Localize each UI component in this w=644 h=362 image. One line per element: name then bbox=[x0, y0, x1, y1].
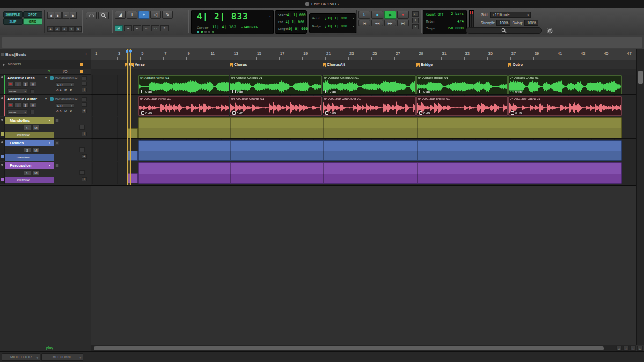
chevron-down-icon[interactable]: ▾ bbox=[36, 354, 38, 361]
chevron-down-icon[interactable]: ▾ bbox=[49, 141, 50, 144]
tab-midi-editor[interactable]: MIDI EDITOR ▾ bbox=[2, 353, 40, 361]
mute-button[interactable]: M bbox=[32, 147, 40, 153]
clip-gain-badge[interactable]: 0 dB bbox=[140, 111, 153, 115]
chevron-down-icon[interactable]: ▾ bbox=[49, 164, 50, 167]
audio-clip[interactable]: 04 AcGuitar Bridge-010 dB bbox=[416, 96, 508, 116]
track-option-icon[interactable] bbox=[55, 164, 59, 167]
marker-bridge[interactable]: Bridge bbox=[416, 62, 433, 68]
trim-tool-button[interactable]: ◢ bbox=[115, 11, 126, 19]
add-button[interactable]: + bbox=[82, 132, 87, 136]
zoomer-tool-button[interactable] bbox=[98, 12, 109, 19]
refresh-icon[interactable]: ↻ bbox=[47, 69, 50, 73]
input-monitor-button[interactable]: i bbox=[14, 102, 21, 108]
zoom-toggle-button[interactable] bbox=[86, 12, 97, 19]
output-selector[interactable]: L-R▾ bbox=[56, 103, 74, 108]
overview-lane-label[interactable]: overview bbox=[5, 154, 54, 161]
stop-button[interactable]: ■ bbox=[371, 11, 383, 19]
bars-beats-ruler-header[interactable]: Bars|Beats + bbox=[0, 49, 91, 60]
clip-region[interactable] bbox=[138, 140, 622, 161]
record-enable-button[interactable] bbox=[7, 82, 14, 87]
chevron-down-icon[interactable]: ▾ bbox=[49, 119, 50, 122]
metronome-button[interactable]: ♩ bbox=[412, 11, 419, 17]
clip-gain-badge[interactable]: 0 dB bbox=[510, 111, 523, 115]
chevron-down-icon[interactable]: ▾ bbox=[353, 25, 354, 28]
insert-slot-button[interactable] bbox=[82, 97, 87, 101]
clip-gain-badge[interactable]: 0 dB bbox=[418, 90, 431, 93]
mirrored-midi-button[interactable]: ↔ bbox=[142, 25, 150, 31]
bars-beats-ruler[interactable]: 1357911131517192123252729313335373941434… bbox=[91, 49, 636, 61]
solo-button[interactable]: S bbox=[22, 102, 29, 108]
track-lane-percussion[interactable] bbox=[91, 162, 636, 184]
fast-forward-button[interactable]: ▶▶ bbox=[384, 20, 396, 26]
chevron-down-icon[interactable]: ▾ bbox=[45, 97, 47, 100]
add-button[interactable]: + bbox=[82, 109, 87, 113]
mute-button[interactable]: M bbox=[32, 170, 40, 175]
clip-gain-badge[interactable]: 0 dB bbox=[418, 111, 431, 115]
midi-merge-button[interactable]: ◔ bbox=[412, 24, 419, 29]
clip-region[interactable] bbox=[138, 117, 622, 138]
swing-field[interactable]: 100% bbox=[524, 20, 538, 26]
chevron-down-icon[interactable]: ▾ bbox=[353, 17, 354, 20]
track-header-acoustic-guitar[interactable]: Acoustic Guitar▾iSMwave▾HDAdMorpher12L-R… bbox=[0, 95, 91, 116]
page-next-button[interactable]: › bbox=[630, 346, 636, 351]
zoom-in-button[interactable]: ▶ bbox=[55, 12, 62, 19]
horizontal-scrollbar-thumb[interactable] bbox=[94, 346, 604, 350]
count-off-label[interactable]: Count Off bbox=[426, 12, 444, 16]
chevron-down-icon[interactable]: ▾ bbox=[528, 13, 529, 17]
marker-verse[interactable]: Verse bbox=[130, 62, 145, 68]
audio-clip[interactable]: 04 AcGuitar ChorusAlt-010 dB bbox=[323, 96, 416, 116]
automation-follows-edit-button[interactable]: ≡ bbox=[160, 25, 169, 31]
universe-band[interactable] bbox=[2, 37, 642, 48]
clip-region[interactable] bbox=[138, 162, 622, 184]
track-header-acoustic-bass[interactable]: Acoustic Bass▾iSMwave▾HDAdMorpher12L-R▾-… bbox=[0, 75, 91, 95]
page-first-button[interactable]: « bbox=[616, 346, 622, 351]
playlist-button[interactable] bbox=[79, 125, 85, 130]
record-enable-button[interactable] bbox=[7, 102, 14, 108]
audio-clip[interactable]: 04 AcBass Verse-010 dB bbox=[138, 75, 229, 94]
add-button[interactable]: + bbox=[82, 88, 87, 92]
automation-icon[interactable] bbox=[30, 89, 34, 93]
grid-nudge-panel[interactable]: Grid ♪ 0| 1| 000 ▾ Nudge ♪ 0| 1| 000 ▾ bbox=[309, 13, 356, 33]
zoom-out-button[interactable]: ◀ bbox=[47, 12, 54, 19]
shuffle-mode-button[interactable]: SHUFFLE bbox=[3, 11, 23, 18]
insert-slot-button[interactable] bbox=[82, 76, 87, 80]
return-to-start-button[interactable]: |◀ bbox=[358, 20, 370, 26]
solo-button[interactable]: S bbox=[22, 82, 29, 87]
marker-chorus[interactable]: Chorus bbox=[230, 62, 247, 68]
clip-gain-badge[interactable]: 0 dB bbox=[324, 90, 337, 93]
sends-slot-button[interactable] bbox=[82, 102, 87, 107]
grabber-tool-button[interactable]: + bbox=[138, 11, 149, 19]
track-option-icon[interactable] bbox=[55, 119, 59, 122]
session-panel[interactable]: Count Off 2 bars Meter 4/4 Tempo 150.000… bbox=[423, 10, 467, 34]
insertion-follows-playback-button[interactable]: ⇄ bbox=[115, 25, 123, 31]
layered-editing-button[interactable]: ▭ bbox=[151, 25, 159, 31]
track-name[interactable]: Mandolins bbox=[5, 117, 54, 124]
track-header-mandolins[interactable]: Mandolins▾SMoverview+ bbox=[0, 117, 91, 139]
audio-zoom-button[interactable]: ≈ bbox=[62, 12, 69, 19]
clip-gain-badge[interactable]: 0 dB bbox=[510, 90, 523, 93]
clip-gain-badge[interactable]: 0 dB bbox=[324, 111, 337, 115]
output-selector[interactable]: L-R▾ bbox=[56, 82, 74, 87]
midi-zoom-button[interactable]: ▶ bbox=[70, 12, 77, 19]
zoom-preset-4[interactable]: 4 bbox=[68, 26, 75, 32]
chevron-down-icon[interactable]: ▾ bbox=[269, 14, 271, 18]
chevron-down-icon[interactable]: ▾ bbox=[45, 76, 47, 79]
sends-slot-button[interactable] bbox=[82, 82, 87, 86]
universe-view[interactable] bbox=[0, 35, 644, 50]
horizontal-scrollbar[interactable] bbox=[91, 345, 636, 351]
grid-value-selector[interactable]: ♪ 1/16 note ▾ bbox=[490, 12, 531, 18]
track-name[interactable]: Acoustic Bass bbox=[7, 76, 35, 80]
track-lane-acoustic-bass[interactable]: 04 AcBass Verse-010 dB04 AcBass Chorus-0… bbox=[91, 75, 636, 95]
selector-tool-button[interactable]: I bbox=[127, 11, 137, 19]
elastic-audio-icon[interactable] bbox=[50, 97, 54, 101]
solo-button[interactable]: S bbox=[24, 147, 31, 153]
add-button[interactable]: + bbox=[82, 177, 87, 181]
clip-gain-badge[interactable]: 0 dB bbox=[231, 90, 244, 93]
page-last-button[interactable]: » bbox=[637, 346, 643, 351]
elastic-audio-icon[interactable] bbox=[50, 76, 54, 80]
track-header-percussion[interactable]: Percussion▾SMoverview+ bbox=[0, 162, 91, 184]
marker-chorusalt[interactable]: ChorusAlt bbox=[323, 62, 345, 68]
track-option-icon[interactable] bbox=[55, 141, 59, 145]
chevron-down-icon[interactable]: ▾ bbox=[79, 354, 81, 361]
audio-clip[interactable]: 04 AcBass Outro-010 dB bbox=[508, 75, 622, 94]
